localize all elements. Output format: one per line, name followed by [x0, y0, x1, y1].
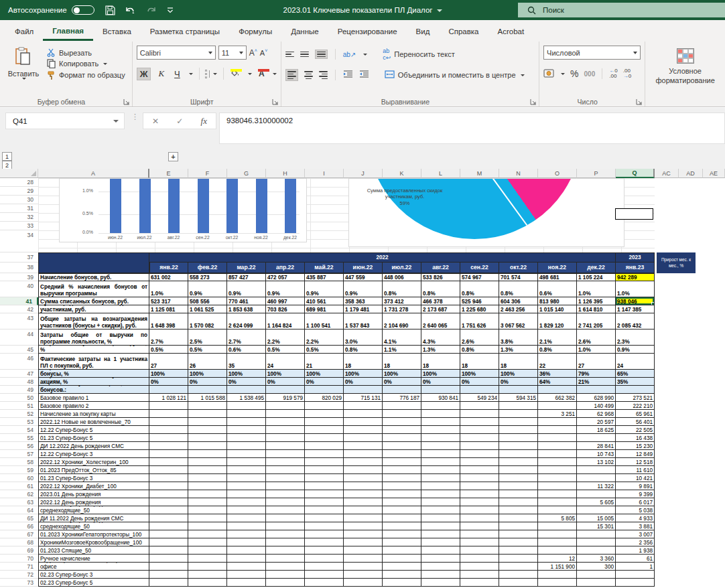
cell-r69c0[interactable]: [149, 546, 188, 555]
row-label[interactable]: 02.23 Супер-Бонус 3: [38, 571, 149, 579]
cell-r70c7[interactable]: [421, 555, 460, 563]
cell-r67c12[interactable]: 3 007: [616, 530, 655, 538]
row-header-44[interactable]: 44: [0, 329, 38, 346]
cell-r64c7[interactable]: [421, 506, 460, 514]
cell-r68c2[interactable]: [227, 538, 266, 546]
cell-r43c4[interactable]: 1 100 541: [305, 313, 344, 329]
row-header-73[interactable]: 73: [0, 579, 38, 587]
bold-button[interactable]: Ж: [137, 68, 151, 80]
cell-r57c11[interactable]: 10 743: [577, 450, 616, 458]
cell-r41c12[interactable]: 938 046: [616, 297, 655, 305]
row-label[interactable]: 01.2023 ПредОтток_Отток_85: [38, 466, 149, 474]
row-header-28[interactable]: 28: [0, 178, 38, 187]
cell-r45c5[interactable]: 0.8%: [344, 346, 383, 354]
cell-r39c2[interactable]: 857 427: [227, 273, 266, 281]
cell-r45c9[interactable]: 1.3%: [499, 346, 538, 354]
cell-r52c11[interactable]: 62 968: [577, 410, 616, 418]
cell-r54c11[interactable]: 18 625: [577, 426, 616, 434]
cell-r70c5[interactable]: [344, 555, 383, 563]
cell-r50c9[interactable]: 594 315: [499, 394, 538, 402]
cell-r46c10[interactable]: 22: [538, 354, 577, 370]
cell-r42c3[interactable]: 703 826: [266, 305, 305, 313]
cell-r49c0[interactable]: [149, 386, 188, 394]
cell-r66c3[interactable]: [266, 522, 305, 530]
cell-r48c1[interactable]: 0%: [188, 378, 227, 386]
cell-r54c0[interactable]: [149, 426, 188, 434]
cell-r60c5[interactable]: [344, 474, 383, 482]
cell-r56c12[interactable]: 15 230: [616, 442, 655, 450]
cell-r46c9[interactable]: 18: [499, 354, 538, 370]
cell-r70c11[interactable]: 3 360: [577, 555, 616, 563]
cell-r71c12[interactable]: 1: [616, 563, 655, 571]
cell-r73c2[interactable]: [227, 579, 266, 587]
cell-r42c11[interactable]: 1 614 810: [577, 305, 616, 313]
cell-r69c10[interactable]: [538, 546, 577, 555]
cell-r56c9[interactable]: [499, 442, 538, 450]
cell-r70c9[interactable]: [499, 555, 538, 563]
row-label[interactable]: Ручное начисление: [38, 555, 149, 563]
customize-qat-icon[interactable]: [166, 6, 174, 14]
cell-r43c2[interactable]: 2 624 099: [227, 313, 266, 329]
cell-r53c11[interactable]: 20 597: [577, 418, 616, 426]
cell-r42c5[interactable]: 1 179 481: [344, 305, 383, 313]
cell-r60c2[interactable]: [227, 474, 266, 482]
row-header-49[interactable]: 49: [0, 386, 38, 394]
cell-r55c9[interactable]: [499, 434, 538, 442]
column-header-H[interactable]: H: [266, 169, 305, 178]
cell-r48c8[interactable]: 0%: [460, 378, 499, 386]
decrease-font-icon[interactable]: А˅: [260, 48, 267, 57]
cell-r68c10[interactable]: [538, 538, 577, 546]
cell-r44c5[interactable]: 3.0%: [344, 329, 383, 346]
cell-r59c0[interactable]: [149, 466, 188, 474]
cell-r66c5[interactable]: [344, 522, 383, 530]
cell-r54c9[interactable]: [499, 426, 538, 434]
cell-r64c9[interactable]: [499, 506, 538, 514]
cell-r47c0[interactable]: 100%: [149, 370, 188, 378]
cell-r61c6[interactable]: [383, 482, 421, 490]
cell-r71c8[interactable]: [460, 563, 499, 571]
cell-r62c9[interactable]: [499, 490, 538, 498]
month-header-мар.22[interactable]: мар.22: [227, 263, 266, 273]
column-header-G[interactable]: G: [227, 169, 266, 178]
redo-icon[interactable]: [145, 5, 157, 15]
cell-r71c7[interactable]: [421, 563, 460, 571]
cell-r51c1[interactable]: [188, 402, 227, 410]
cell-r58c6[interactable]: [383, 458, 421, 466]
cell-r58c12[interactable]: 12 518: [616, 458, 655, 466]
formula-input[interactable]: 938046.310000002: [219, 113, 725, 144]
format-painter-button[interactable]: Формат по образцу: [47, 70, 125, 80]
cell-r66c12[interactable]: 3 881: [616, 522, 655, 530]
tab-Справка[interactable]: Справка: [439, 22, 488, 40]
cell-r61c8[interactable]: [460, 482, 499, 490]
cell-r68c12[interactable]: 2 356: [616, 538, 655, 546]
cell-r44c11[interactable]: 2.6%: [577, 329, 616, 346]
cell-r59c1[interactable]: [188, 466, 227, 474]
cell-r49c12[interactable]: [616, 386, 655, 394]
cell-r60c7[interactable]: [421, 474, 460, 482]
cell-r52c9[interactable]: [499, 410, 538, 418]
row-header-47[interactable]: 47: [0, 370, 38, 378]
cell-r65c0[interactable]: [149, 514, 188, 522]
cell-r69c9[interactable]: [499, 546, 538, 555]
cell-r66c10[interactable]: [538, 522, 577, 530]
cell-r40c7[interactable]: 0.8%: [421, 281, 460, 297]
row-label[interactable]: 12.22 Супер-Бонус 3: [38, 450, 149, 458]
cell-r64c1[interactable]: [188, 506, 227, 514]
tab-Acrobat[interactable]: Acrobat: [488, 22, 534, 40]
cell-r54c6[interactable]: [383, 426, 421, 434]
row-label[interactable]: 2023.01 День рождения: [38, 490, 149, 498]
cell-r63c4[interactable]: [305, 498, 344, 506]
cell-r65c8[interactable]: [460, 514, 499, 522]
cell-r64c11[interactable]: [577, 506, 616, 514]
table-corner-header[interactable]: [38, 252, 149, 273]
cell-r46c5[interactable]: 18: [344, 354, 383, 370]
row-header-32[interactable]: 32: [0, 213, 38, 222]
cell-r61c0[interactable]: [149, 482, 188, 490]
cell-r70c8[interactable]: [460, 555, 499, 563]
autosave-control[interactable]: Автосохранение: [8, 5, 94, 15]
cell-r44c12[interactable]: 2.3%: [616, 329, 655, 346]
alignment-dialog-launcher-icon[interactable]: [530, 98, 537, 105]
align-left-icon[interactable]: [285, 69, 298, 81]
cell-r69c7[interactable]: [421, 546, 460, 555]
cell-r53c3[interactable]: [266, 418, 305, 426]
